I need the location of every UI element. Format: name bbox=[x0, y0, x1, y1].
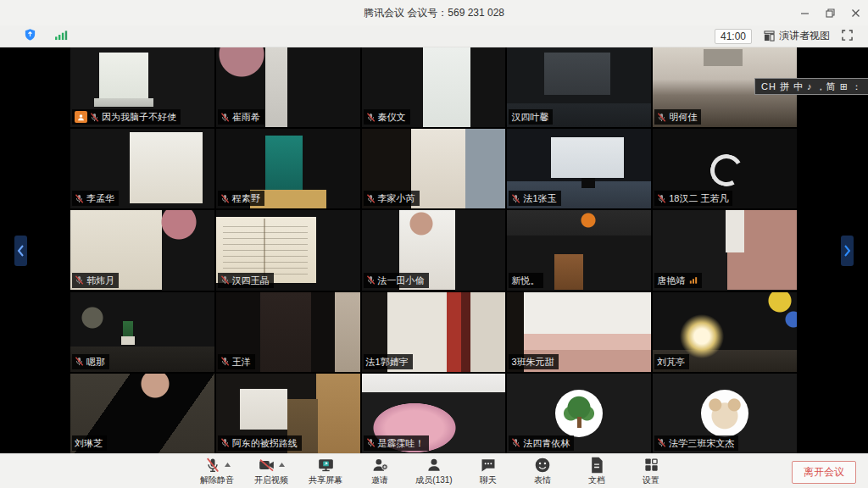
invite-button[interactable]: 邀请 bbox=[361, 457, 398, 486]
muted-mic-icon bbox=[220, 194, 230, 203]
participant-name-label: 秦仪文 bbox=[364, 109, 410, 125]
participant-name: 法四青依林 bbox=[523, 436, 570, 450]
members-button[interactable]: 成员(131) bbox=[415, 457, 453, 486]
video-tile[interactable]: 唐艳靖 bbox=[653, 210, 797, 290]
participant-name-label: 新悦。 bbox=[509, 273, 543, 288]
video-tile[interactable]: 刘芃亭 bbox=[653, 292, 797, 372]
muted-mic-icon bbox=[204, 457, 221, 474]
participant-name: 刘琳芝 bbox=[75, 436, 103, 450]
participant-name-label: 嗯那 bbox=[72, 354, 109, 369]
muted-mic-icon bbox=[220, 438, 230, 447]
minimize-button[interactable] bbox=[792, 0, 817, 25]
participant-name: 阿东的被拐路线 bbox=[232, 436, 298, 450]
muted-mic-icon bbox=[366, 438, 376, 447]
meeting-toolbar: 41:00 演讲者视图 bbox=[0, 25, 868, 47]
video-tile[interactable]: 刘琳芝 bbox=[70, 374, 214, 453]
muted-mic-icon bbox=[75, 194, 84, 203]
participant-name-label: 18汉二 王若凡 bbox=[654, 191, 732, 206]
muted-mic-icon bbox=[220, 113, 230, 122]
close-icon bbox=[851, 8, 860, 18]
participant-name-label: 李家小芮 bbox=[364, 191, 420, 206]
smiley-icon bbox=[534, 457, 551, 474]
members-icon bbox=[426, 457, 442, 474]
fullscreen-button[interactable] bbox=[842, 29, 853, 44]
video-tile[interactable]: 嗯那 bbox=[70, 292, 214, 372]
participant-name: 法1张玉 bbox=[523, 191, 556, 205]
participant-name: 嗯那 bbox=[86, 355, 105, 369]
video-tile[interactable]: 秦仪文 bbox=[362, 47, 506, 127]
participant-name: 韩炜月 bbox=[86, 274, 114, 287]
stage: 因为我脑子不好使崔雨希秦仪文汉四叶馨明何佳李孟华程素野李家小芮法1张玉18汉二 … bbox=[0, 47, 868, 453]
participant-name-label: 法一田小偷 bbox=[364, 273, 429, 288]
video-tile[interactable]: 王洋 bbox=[216, 292, 360, 372]
muted-mic-icon bbox=[657, 113, 666, 122]
participant-name: 是霹霂哇！ bbox=[378, 436, 425, 450]
chat-icon bbox=[480, 457, 497, 474]
meeting-window: 腾讯会议 会议号：569 231 028 41:00 bbox=[0, 0, 868, 488]
participant-name-label: 因为我脑子不好使 bbox=[72, 109, 181, 125]
participant-name-label: 程素野 bbox=[218, 191, 264, 206]
participant-name-label: 法1郭婧宇 bbox=[364, 354, 413, 369]
close-button[interactable] bbox=[843, 0, 868, 25]
mic-options-arrow-icon[interactable] bbox=[225, 463, 231, 467]
video-tile[interactable]: 因为我脑子不好使 bbox=[70, 47, 214, 127]
participant-name-label: 是霹霂哇！ bbox=[364, 435, 429, 451]
video-tile[interactable]: 法一田小偷 bbox=[362, 210, 506, 290]
muted-mic-icon bbox=[366, 194, 376, 203]
participant-name: 明何佳 bbox=[669, 110, 697, 124]
network-signal-icon[interactable] bbox=[55, 29, 68, 44]
video-tile[interactable]: 汉四王晶 bbox=[216, 210, 360, 290]
avatar-tree bbox=[555, 390, 603, 437]
participant-name: 崔雨希 bbox=[232, 110, 260, 124]
video-tile[interactable]: 是霹霂哇！ bbox=[362, 374, 506, 453]
video-tile[interactable]: 程素野 bbox=[216, 129, 360, 208]
previous-page-button[interactable] bbox=[14, 236, 27, 266]
video-tile[interactable]: 法1张玉 bbox=[507, 129, 651, 208]
unmute-button[interactable]: 解除静音 bbox=[198, 457, 236, 486]
window-controls bbox=[792, 0, 868, 25]
muted-mic-icon bbox=[75, 357, 84, 366]
share-screen-icon bbox=[317, 457, 335, 474]
settings-button[interactable]: 设置 bbox=[632, 457, 670, 486]
leave-meeting-button[interactable]: 离开会议 bbox=[792, 461, 856, 484]
reactions-button[interactable]: 表情 bbox=[524, 457, 561, 486]
muted-mic-icon bbox=[657, 438, 666, 447]
video-tile[interactable]: 崔雨希 bbox=[216, 47, 360, 127]
chat-button[interactable]: 聊天 bbox=[470, 457, 507, 486]
video-options-arrow-icon[interactable] bbox=[279, 463, 285, 467]
ime-toolbar-text: CH 拼 中 ♪ ，简 ⊞ ： bbox=[761, 80, 862, 93]
ime-toolbar[interactable]: CH 拼 中 ♪ ，简 ⊞ ： bbox=[754, 78, 868, 95]
video-tile[interactable]: 李孟华 bbox=[70, 129, 214, 208]
titlebar: 腾讯会议 会议号：569 231 028 bbox=[0, 0, 868, 25]
security-shield-icon[interactable] bbox=[24, 28, 36, 45]
video-tile[interactable]: 法1郭婧宇 bbox=[362, 292, 506, 372]
toolbar-right: 41:00 演讲者视图 bbox=[715, 29, 853, 44]
video-tile[interactable]: 18汉二 王若凡 bbox=[653, 129, 797, 208]
next-page-button[interactable] bbox=[841, 236, 854, 266]
share-screen-button[interactable]: 共享屏幕 bbox=[307, 457, 344, 486]
muted-mic-icon bbox=[511, 438, 520, 447]
video-tile[interactable]: 法学三班宋文杰 bbox=[653, 374, 797, 453]
participant-name: 李家小芮 bbox=[378, 191, 415, 205]
muted-mic-icon bbox=[90, 113, 99, 122]
maximize-button[interactable] bbox=[817, 0, 843, 25]
video-tile[interactable]: 法四青依林 bbox=[507, 374, 651, 453]
participant-name-label: 3班朱元甜 bbox=[509, 354, 558, 369]
video-tile[interactable]: 3班朱元甜 bbox=[507, 292, 651, 372]
video-tile[interactable]: 李家小芮 bbox=[362, 129, 506, 208]
video-tile[interactable]: 阿东的被拐路线 bbox=[216, 374, 360, 453]
docs-button[interactable]: 文档 bbox=[578, 457, 615, 486]
audio-level-icon bbox=[689, 275, 698, 285]
start-video-button[interactable]: 开启视频 bbox=[253, 457, 290, 486]
video-tile[interactable]: 新悦。 bbox=[507, 210, 651, 290]
participant-name-label: 唐艳靖 bbox=[654, 273, 702, 288]
speaker-view-button[interactable]: 演讲者视图 bbox=[764, 29, 830, 43]
participant-name: 程素野 bbox=[232, 191, 260, 205]
invite-icon bbox=[371, 457, 389, 474]
video-tile[interactable]: 汉四叶馨 bbox=[507, 47, 651, 127]
layout-icon bbox=[764, 30, 775, 42]
participant-name-label: 李孟华 bbox=[72, 191, 119, 206]
muted-mic-icon bbox=[511, 194, 520, 203]
participant-name-label: 刘芃亭 bbox=[654, 354, 689, 369]
video-tile[interactable]: 韩炜月 bbox=[70, 210, 214, 290]
